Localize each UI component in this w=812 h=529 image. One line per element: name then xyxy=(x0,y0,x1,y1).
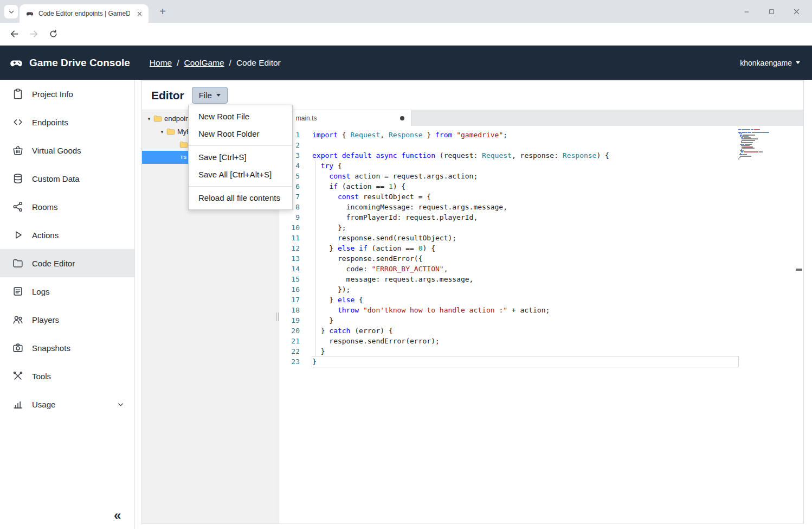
code-line-7[interactable]: 7 const resultObject = { xyxy=(279,192,803,202)
sidebar-item-virtual-goods[interactable]: Virtual Goods xyxy=(0,136,134,164)
code-line-15[interactable]: 15 message: request.args.message, xyxy=(279,274,803,284)
sidebar-item-endpoints[interactable]: Endpoints xyxy=(0,108,134,136)
collapse-sidebar-button[interactable]: « xyxy=(114,508,121,523)
browser-tab[interactable]: Code Editor endpoints | GameD xyxy=(20,4,149,23)
code-line-13[interactable]: 13 response.sendError({ xyxy=(279,253,803,264)
code-line-1[interactable]: 1import { Request, Response } from "game… xyxy=(279,130,803,140)
code-line-10[interactable]: 10 }; xyxy=(279,222,803,233)
editor-panel: Editor File ▾endpoints▾MyEndpointTSmain.… xyxy=(141,80,804,524)
browser-tab-strip: Code Editor endpoints | GameD + xyxy=(0,0,812,23)
forward-button[interactable] xyxy=(25,26,42,43)
typescript-file-icon: TS xyxy=(179,155,188,160)
sidebar-item-label: Snapshots xyxy=(32,343,70,353)
code-text: } xyxy=(300,346,325,356)
code-line-3[interactable]: 3export default async function (request:… xyxy=(279,150,803,161)
menu-item-new-root-file[interactable]: New Root File xyxy=(189,108,292,125)
line-number: 9 xyxy=(279,212,300,222)
code-line-17[interactable]: 17 } else { xyxy=(279,295,803,305)
back-button[interactable] xyxy=(5,26,23,43)
code-text: throw "don'tknow how to handle action :"… xyxy=(300,305,550,315)
breadcrumb-separator: / xyxy=(229,58,231,68)
editor-tab-label: main.ts xyxy=(296,114,396,122)
sidebar-item-players[interactable]: Players xyxy=(0,305,134,334)
chart-icon xyxy=(12,398,24,410)
browser-window: Code Editor endpoints | GameD + xyxy=(0,0,812,529)
menu-item-save-all-ctrl-alt-s[interactable]: Save All [Ctrl+Alt+S] xyxy=(189,166,292,183)
gamedrive-logo-icon xyxy=(9,55,24,71)
browser-toolbar: console.gamedrive.cc/projects/68a045fbde… xyxy=(0,23,812,46)
favicon-gamedrive-icon xyxy=(25,9,34,18)
sidebar-item-label: Logs xyxy=(32,287,50,296)
close-tab-icon[interactable] xyxy=(134,9,144,18)
code-line-16[interactable]: 16 }); xyxy=(279,284,803,295)
code-line-20[interactable]: 20 } catch (error) { xyxy=(279,326,803,336)
tree-expand-icon[interactable]: ▾ xyxy=(145,116,153,122)
players-icon xyxy=(12,314,24,326)
code-line-11[interactable]: 11 response.send(resultObject); xyxy=(279,233,803,243)
editor-tab-main-ts[interactable]: TS main.ts xyxy=(279,110,411,126)
menu-item-new-root-folder[interactable]: New Root Folder xyxy=(189,125,292,143)
code-line-12[interactable]: 12 } else if (action == 0) { xyxy=(279,243,803,253)
code-area[interactable]: 1import { Request, Response } from "game… xyxy=(279,126,803,524)
file-menu-button[interactable]: File xyxy=(192,87,228,104)
code-line-18[interactable]: 18 throw "don'tknow how to handle action… xyxy=(279,305,803,315)
code-line-8[interactable]: 8 incomingMessage: request.args.message, xyxy=(279,202,803,212)
line-number: 11 xyxy=(279,233,300,243)
new-tab-button[interactable]: + xyxy=(155,4,170,19)
menu-item-save-ctrl-s[interactable]: Save [Ctrl+S] xyxy=(189,149,292,166)
code-text: incomingMessage: request.args.message, xyxy=(300,202,507,212)
database-icon xyxy=(12,173,24,184)
menu-divider xyxy=(189,186,292,187)
window-maximize-button[interactable] xyxy=(759,0,784,23)
breadcrumb-separator: / xyxy=(177,58,179,68)
folder-icon xyxy=(153,114,162,122)
code-line-14[interactable]: 14 code: "ERROR_BY_ACTION", xyxy=(279,264,803,274)
sidebar-item-logs[interactable]: Logs xyxy=(0,277,134,305)
code-line-22[interactable]: 22 } xyxy=(279,346,803,356)
code-line-2[interactable]: 2 xyxy=(279,140,803,150)
sidebar-item-actions[interactable]: Actions xyxy=(0,221,134,249)
minimap[interactable] xyxy=(738,129,796,160)
breadcrumb-coolgame[interactable]: CoolGame xyxy=(184,58,224,68)
sidebar-item-usage[interactable]: Usage xyxy=(0,390,134,418)
camera-icon xyxy=(12,342,24,354)
code-line-9[interactable]: 9 fromPlayerId: request.playerId, xyxy=(279,212,803,222)
code-line-4[interactable]: 4 try { xyxy=(279,161,803,171)
folder-icon xyxy=(166,128,175,135)
line-number: 18 xyxy=(279,305,300,315)
code-line-21[interactable]: 21 response.sendError(error); xyxy=(279,336,803,346)
code-text: if (action == 1) { xyxy=(300,181,405,192)
breadcrumb-home[interactable]: Home xyxy=(150,58,172,68)
clipboard-icon xyxy=(12,88,24,100)
reload-button[interactable] xyxy=(44,26,62,43)
code-text: response.send(resultObject); xyxy=(300,233,456,243)
window-minimize-button[interactable] xyxy=(734,0,759,23)
basket-icon xyxy=(12,144,24,156)
sidebar-item-label: Custom Data xyxy=(32,174,80,183)
menu-item-reload-all-file-contents[interactable]: Reload all file contents xyxy=(189,189,292,207)
sidebar-item-project-info[interactable]: Project Info xyxy=(0,80,134,108)
window-close-button[interactable] xyxy=(784,0,809,23)
minimap-line xyxy=(738,158,796,160)
code-line-6[interactable]: 6 if (action == 1) { xyxy=(279,181,803,192)
sidebar-item-tools[interactable]: Tools xyxy=(0,362,134,390)
line-number: 21 xyxy=(279,336,300,346)
sidebar-item-custom-data[interactable]: Custom Data xyxy=(0,164,134,193)
code-line-19[interactable]: 19 } xyxy=(279,315,803,326)
code-text: message: request.args.message, xyxy=(300,274,473,284)
caret-down-icon xyxy=(216,94,221,97)
unsaved-changes-indicator[interactable] xyxy=(400,116,404,120)
sidebar-item-rooms[interactable]: Rooms xyxy=(0,193,134,221)
sidebar: Project InfoEndpointsVirtual GoodsCustom… xyxy=(0,80,135,529)
sidebar-item-snapshots[interactable]: Snapshots xyxy=(0,334,134,362)
code-line-23[interactable]: 23} xyxy=(279,356,803,367)
sidebar-item-code-editor[interactable]: Code Editor xyxy=(0,249,134,277)
code-line-5[interactable]: 5 const action = request.args.action; xyxy=(279,171,803,181)
scrollbar-thumb[interactable] xyxy=(796,269,802,271)
file-button-label: File xyxy=(199,91,212,100)
window-controls xyxy=(734,0,809,23)
tree-expand-icon[interactable]: ▾ xyxy=(158,129,166,135)
line-number: 12 xyxy=(279,243,300,253)
user-menu[interactable]: khonkaengame xyxy=(740,59,800,67)
tab-search-button[interactable] xyxy=(4,5,18,18)
